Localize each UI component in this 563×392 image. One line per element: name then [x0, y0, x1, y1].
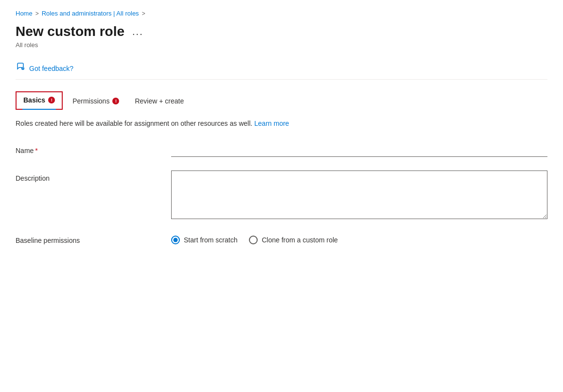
name-field-row: Name* — [16, 143, 547, 157]
tab-permissions[interactable]: Permissions ! — [63, 93, 127, 110]
radio-scratch-label: Start from scratch — [184, 236, 237, 244]
tab-review-create[interactable]: Review + create — [127, 93, 192, 110]
breadcrumb: Home > Roles and administrators | All ro… — [16, 10, 547, 17]
tab-permissions-label: Permissions — [72, 97, 109, 105]
ellipsis-menu-button[interactable]: ... — [129, 25, 146, 38]
tab-active-underline — [22, 109, 56, 110]
breadcrumb-home[interactable]: Home — [16, 10, 33, 17]
svg-text:?: ? — [22, 67, 23, 70]
tabs-container: Basics ! Permissions ! Review + create — [16, 91, 547, 110]
breadcrumb-roles-admin[interactable]: Roles and administrators | All roles — [42, 10, 139, 17]
radio-option-clone[interactable]: Clone from a custom role — [249, 236, 337, 244]
page-subtitle: All roles — [16, 41, 547, 49]
radio-option-scratch[interactable]: Start from scratch — [171, 236, 237, 244]
name-required-indicator: * — [35, 147, 37, 154]
baseline-permissions-row: Baseline permissions Start from scratch … — [16, 233, 547, 244]
description-field-row: Description — [16, 170, 547, 219]
name-input[interactable] — [171, 143, 547, 157]
breadcrumb-separator-2: > — [142, 10, 145, 17]
radio-clone[interactable] — [249, 236, 258, 244]
learn-more-link[interactable]: Learn more — [254, 119, 289, 127]
page-title: New custom role — [16, 24, 124, 39]
feedback-icon: ? — [16, 62, 25, 74]
baseline-label: Baseline permissions — [16, 233, 171, 244]
name-label: Name* — [16, 143, 171, 154]
tab-basics-label: Basics — [23, 96, 45, 104]
info-text-main: Roles created here will be available for… — [16, 119, 252, 127]
description-input[interactable] — [171, 170, 547, 219]
radio-scratch[interactable] — [171, 236, 180, 244]
tab-basics[interactable]: Basics ! — [16, 91, 63, 110]
breadcrumb-separator-1: > — [35, 10, 39, 17]
tab-basics-error: ! — [48, 97, 55, 103]
info-text: Roles created here will be available for… — [16, 119, 547, 127]
tab-permissions-error: ! — [112, 98, 119, 104]
description-label: Description — [16, 170, 171, 182]
feedback-link[interactable]: Got feedback? — [29, 65, 73, 72]
tab-review-create-label: Review + create — [135, 97, 184, 105]
form: Name* Description Baseline permissions S… — [16, 143, 547, 244]
feedback-bar: ? Got feedback? — [16, 57, 547, 80]
baseline-radio-group: Start from scratch Clone from a custom r… — [171, 233, 338, 244]
radio-clone-label: Clone from a custom role — [262, 236, 337, 244]
